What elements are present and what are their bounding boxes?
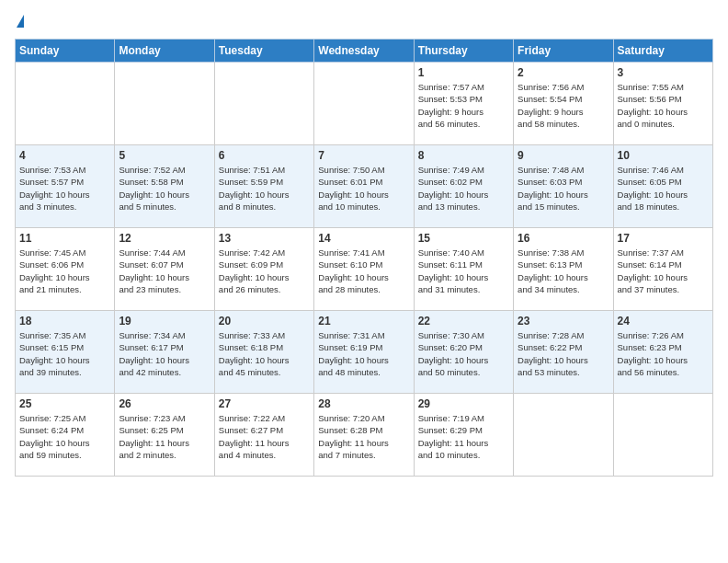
calendar-cell: 24Sunrise: 7:26 AMSunset: 6:23 PMDayligh… [613, 311, 712, 394]
calendar-cell: 15Sunrise: 7:40 AMSunset: 6:11 PMDayligh… [414, 228, 513, 311]
day-info: Sunrise: 7:55 AMSunset: 5:56 PMDaylight:… [618, 81, 709, 130]
calendar-cell: 19Sunrise: 7:34 AMSunset: 6:17 PMDayligh… [115, 311, 214, 394]
calendar-cell: 11Sunrise: 7:45 AMSunset: 6:06 PMDayligh… [16, 228, 115, 311]
day-number: 15 [418, 232, 509, 245]
calendar-cell: 12Sunrise: 7:44 AMSunset: 6:07 PMDayligh… [115, 228, 214, 311]
day-number: 22 [418, 315, 509, 327]
day-number: 23 [518, 315, 609, 327]
calendar-cell: 1Sunrise: 7:57 AMSunset: 5:53 PMDaylight… [414, 63, 513, 145]
col-header-tuesday: Tuesday [214, 40, 313, 63]
day-info: Sunrise: 7:41 AMSunset: 6:10 PMDaylight:… [318, 247, 409, 295]
day-number: 12 [119, 232, 210, 245]
col-header-monday: Monday [115, 40, 214, 63]
calendar-cell: 28Sunrise: 7:20 AMSunset: 6:28 PMDayligh… [314, 394, 414, 477]
calendar-header-row: SundayMondayTuesdayWednesdayThursdayFrid… [16, 40, 713, 63]
day-info: Sunrise: 7:40 AMSunset: 6:11 PMDaylight:… [418, 247, 509, 295]
day-info: Sunrise: 7:31 AMSunset: 6:19 PMDaylight:… [318, 329, 409, 378]
calendar-cell: 26Sunrise: 7:23 AMSunset: 6:25 PMDayligh… [115, 394, 214, 477]
page-header [15, 15, 713, 28]
day-info: Sunrise: 7:45 AMSunset: 6:06 PMDaylight:… [19, 247, 110, 295]
day-number: 21 [318, 315, 409, 327]
day-number: 19 [119, 315, 210, 327]
calendar-cell: 23Sunrise: 7:28 AMSunset: 6:22 PMDayligh… [514, 311, 613, 394]
day-number: 25 [19, 397, 110, 410]
day-number: 4 [19, 149, 110, 162]
calendar-cell: 20Sunrise: 7:33 AMSunset: 6:18 PMDayligh… [214, 311, 313, 394]
calendar-cell: 2Sunrise: 7:56 AMSunset: 5:54 PMDaylight… [514, 63, 613, 145]
calendar-cell: 5Sunrise: 7:52 AMSunset: 5:58 PMDaylight… [115, 145, 214, 228]
day-number: 24 [618, 315, 709, 327]
day-number: 13 [219, 232, 310, 245]
day-info: Sunrise: 7:33 AMSunset: 6:18 PMDaylight:… [219, 329, 310, 378]
day-info: Sunrise: 7:20 AMSunset: 6:28 PMDaylight:… [318, 412, 409, 461]
day-info: Sunrise: 7:28 AMSunset: 6:22 PMDaylight:… [518, 329, 609, 378]
logo-icon [17, 15, 24, 28]
week-row-5: 25Sunrise: 7:25 AMSunset: 6:24 PMDayligh… [16, 394, 713, 477]
col-header-thursday: Thursday [414, 40, 513, 63]
col-header-wednesday: Wednesday [314, 40, 414, 63]
day-number: 11 [19, 232, 110, 245]
week-row-4: 18Sunrise: 7:35 AMSunset: 6:15 PMDayligh… [16, 311, 713, 394]
day-number: 9 [518, 149, 609, 162]
calendar-cell: 8Sunrise: 7:49 AMSunset: 6:02 PMDaylight… [414, 145, 513, 228]
calendar-cell: 13Sunrise: 7:42 AMSunset: 6:09 PMDayligh… [214, 228, 313, 311]
day-info: Sunrise: 7:37 AMSunset: 6:14 PMDaylight:… [618, 247, 709, 295]
calendar-cell [115, 63, 214, 145]
day-info: Sunrise: 7:44 AMSunset: 6:07 PMDaylight:… [119, 247, 210, 295]
week-row-1: 1Sunrise: 7:57 AMSunset: 5:53 PMDaylight… [16, 63, 713, 145]
day-number: 20 [219, 315, 310, 327]
calendar-cell: 7Sunrise: 7:50 AMSunset: 6:01 PMDaylight… [314, 145, 414, 228]
calendar-cell: 17Sunrise: 7:37 AMSunset: 6:14 PMDayligh… [613, 228, 712, 311]
day-number: 8 [418, 149, 509, 162]
day-info: Sunrise: 7:19 AMSunset: 6:29 PMDaylight:… [418, 412, 509, 461]
col-header-friday: Friday [514, 40, 613, 63]
day-info: Sunrise: 7:35 AMSunset: 6:15 PMDaylight:… [19, 329, 110, 378]
day-info: Sunrise: 7:22 AMSunset: 6:27 PMDaylight:… [219, 412, 310, 461]
day-number: 3 [618, 66, 709, 79]
day-info: Sunrise: 7:56 AMSunset: 5:54 PMDaylight:… [518, 81, 609, 130]
day-info: Sunrise: 7:51 AMSunset: 5:59 PMDaylight:… [219, 164, 310, 213]
calendar-cell [16, 63, 115, 145]
day-number: 18 [19, 315, 110, 327]
day-number: 14 [318, 232, 409, 245]
day-number: 5 [119, 149, 210, 162]
calendar-cell: 3Sunrise: 7:55 AMSunset: 5:56 PMDaylight… [613, 63, 712, 145]
day-info: Sunrise: 7:34 AMSunset: 6:17 PMDaylight:… [119, 329, 210, 378]
calendar-cell [214, 63, 313, 145]
day-info: Sunrise: 7:52 AMSunset: 5:58 PMDaylight:… [119, 164, 210, 213]
logo [15, 15, 24, 28]
day-number: 1 [418, 66, 509, 79]
day-number: 6 [219, 149, 310, 162]
day-info: Sunrise: 7:49 AMSunset: 6:02 PMDaylight:… [418, 164, 509, 213]
day-info: Sunrise: 7:46 AMSunset: 6:05 PMDaylight:… [618, 164, 709, 213]
day-number: 28 [318, 397, 409, 410]
calendar-cell: 6Sunrise: 7:51 AMSunset: 5:59 PMDaylight… [214, 145, 313, 228]
calendar-cell: 9Sunrise: 7:48 AMSunset: 6:03 PMDaylight… [514, 145, 613, 228]
calendar-cell: 4Sunrise: 7:53 AMSunset: 5:57 PMDaylight… [16, 145, 115, 228]
day-number: 27 [219, 397, 310, 410]
calendar-cell: 16Sunrise: 7:38 AMSunset: 6:13 PMDayligh… [514, 228, 613, 311]
calendar-cell [613, 394, 712, 477]
day-number: 29 [418, 397, 509, 410]
calendar-table: SundayMondayTuesdayWednesdayThursdayFrid… [15, 39, 713, 477]
calendar-cell: 14Sunrise: 7:41 AMSunset: 6:10 PMDayligh… [314, 228, 414, 311]
calendar-cell [514, 394, 613, 477]
day-number: 26 [119, 397, 210, 410]
calendar-cell: 18Sunrise: 7:35 AMSunset: 6:15 PMDayligh… [16, 311, 115, 394]
calendar-cell: 10Sunrise: 7:46 AMSunset: 6:05 PMDayligh… [613, 145, 712, 228]
col-header-sunday: Sunday [16, 40, 115, 63]
day-info: Sunrise: 7:30 AMSunset: 6:20 PMDaylight:… [418, 329, 509, 378]
day-info: Sunrise: 7:42 AMSunset: 6:09 PMDaylight:… [219, 247, 310, 295]
day-number: 17 [618, 232, 709, 245]
day-info: Sunrise: 7:23 AMSunset: 6:25 PMDaylight:… [119, 412, 210, 461]
day-info: Sunrise: 7:57 AMSunset: 5:53 PMDaylight:… [418, 81, 509, 130]
day-info: Sunrise: 7:38 AMSunset: 6:13 PMDaylight:… [518, 247, 609, 295]
week-row-2: 4Sunrise: 7:53 AMSunset: 5:57 PMDaylight… [16, 145, 713, 228]
week-row-3: 11Sunrise: 7:45 AMSunset: 6:06 PMDayligh… [16, 228, 713, 311]
calendar-cell: 25Sunrise: 7:25 AMSunset: 6:24 PMDayligh… [16, 394, 115, 477]
day-info: Sunrise: 7:26 AMSunset: 6:23 PMDaylight:… [618, 329, 709, 378]
calendar-cell: 27Sunrise: 7:22 AMSunset: 6:27 PMDayligh… [214, 394, 313, 477]
calendar-cell [314, 63, 414, 145]
day-number: 10 [618, 149, 709, 162]
calendar-cell: 29Sunrise: 7:19 AMSunset: 6:29 PMDayligh… [414, 394, 513, 477]
